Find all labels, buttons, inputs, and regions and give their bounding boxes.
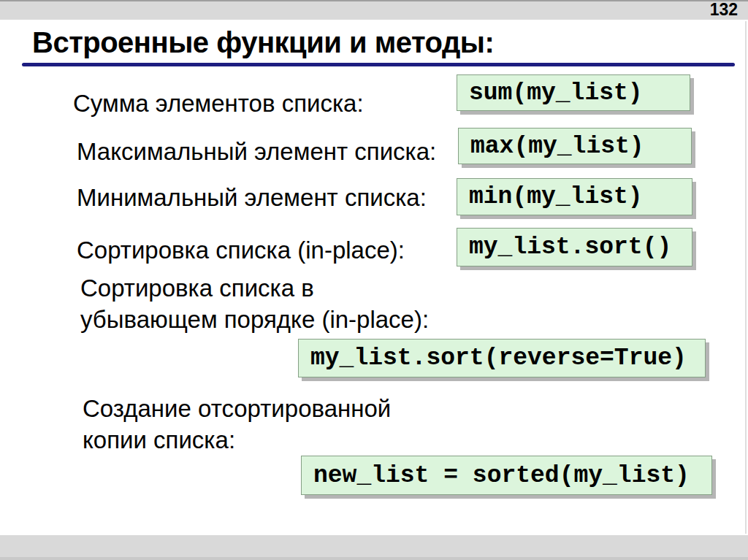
row-label-max: Максимальный элемент списка: [77, 136, 436, 167]
code-box-sorted: new_list = sorted(my_list) [301, 456, 712, 495]
code-text: max(my_list) [470, 133, 644, 160]
code-box-max: max(my_list) [458, 128, 692, 164]
code-text: sum(my_list) [469, 80, 643, 107]
slide-title: Встроенные функции и методы: [32, 26, 494, 59]
page-number: 132 [710, 0, 738, 20]
row-label-sort: Сортировка списка (in-place): [77, 234, 405, 266]
code-text: my_list.sort(reverse=True) [310, 345, 687, 372]
row-label-sorted-copy: Создание отсортированной копии списка: [83, 393, 391, 456]
code-box-sort-reverse: my_list.sort(reverse=True) [298, 339, 706, 377]
row-label-sum: Сумма элементов списка: [73, 88, 364, 119]
code-text: my_list.sort() [469, 234, 671, 261]
footer-bar [0, 535, 748, 560]
code-box-sum: sum(my_list) [457, 74, 690, 111]
code-box-min: min(my_list) [457, 178, 692, 215]
slide: 132 Встроенные функции и методы: Сумма э… [0, 0, 748, 560]
code-text: min(my_list) [469, 183, 643, 210]
slide-right-border [745, 21, 747, 534]
code-text: new_list = sorted(my_list) [313, 462, 690, 489]
row-label-sort-desc: Сортировка списка в убывающем порядке (i… [80, 272, 429, 335]
header-bar [0, 0, 748, 20]
row-label-min: Минимальный элемент списка: [77, 182, 427, 213]
title-underline [22, 63, 735, 66]
code-box-sort: my_list.sort() [457, 228, 692, 266]
